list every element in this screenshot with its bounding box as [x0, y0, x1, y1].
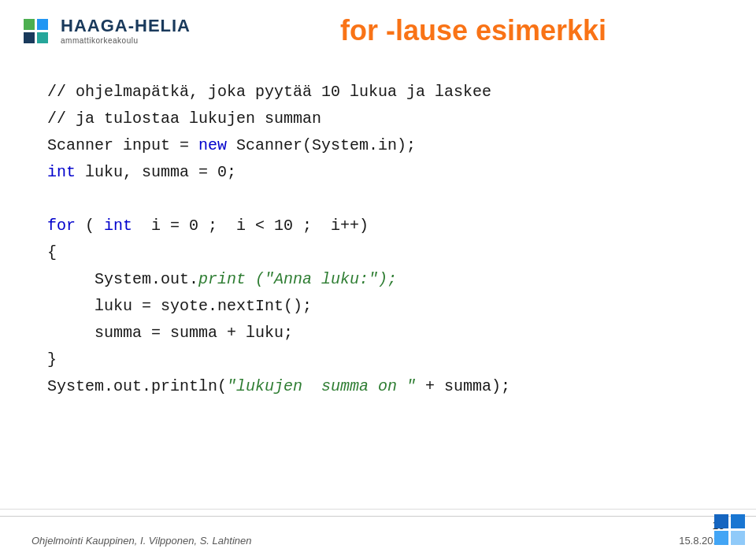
footer-decoration [714, 514, 745, 545]
main-content: // ohjelmapätkä, joka pyytää 10 lukua ja… [0, 55, 756, 416]
code-line-next-int: luku = syote.nextInt(); [94, 293, 709, 320]
code-line-println: System.out.println("lukujen summa on " +… [47, 373, 709, 400]
code-line-print: System.out.print ("Anna luku:"); [94, 266, 709, 293]
logo-square-bl [24, 32, 35, 43]
slide-title: for -lause esimerkki [222, 14, 724, 47]
footer-sq-tl [714, 514, 728, 528]
logo-sub-text: ammattikorkeakoulu [61, 36, 191, 45]
footer: Ohjelmointi Kauppinen, I. Vilpponen, S. … [0, 509, 756, 556]
code-line-comment1: // ohjelmapätkä, joka pyytää 10 lukua ja… [47, 79, 709, 106]
footer-left-text: Ohjelmointi Kauppinen, I. Vilpponen, S. … [32, 535, 251, 547]
logo-main-text: HAAGA-HELIA [61, 17, 191, 35]
logo-square-tr [37, 19, 48, 30]
logo-area: HAAGA-HELIA ammattikorkeakoulu [24, 17, 191, 44]
logo-text: HAAGA-HELIA ammattikorkeakoulu [61, 17, 191, 44]
header: HAAGA-HELIA ammattikorkeakoulu for -laus… [0, 0, 756, 55]
footer-sq-tr [731, 514, 745, 528]
logo-square-br [37, 32, 48, 43]
footer-sq-bl [714, 531, 728, 545]
code-line-blank1 [47, 186, 709, 213]
code-line-int: int luku, summa = 0; [47, 159, 709, 186]
footer-sq-br [731, 531, 745, 545]
code-line-for: for ( int i = 0 ; i < 10 ; i++) [47, 213, 709, 239]
code-line-summa: summa = summa + luku; [94, 320, 709, 347]
code-line-open-brace: { [47, 239, 709, 266]
code-line-scanner: Scanner input = new Scanner(System.in); [47, 132, 709, 159]
logo-square-tl [24, 19, 35, 30]
logo-icon [24, 19, 48, 43]
code-block: // ohjelmapätkä, joka pyytää 10 lukua ja… [47, 79, 709, 400]
code-line-close-brace: } [47, 347, 709, 373]
code-line-comment2: // ja tulostaa lukujen summan [47, 106, 709, 132]
